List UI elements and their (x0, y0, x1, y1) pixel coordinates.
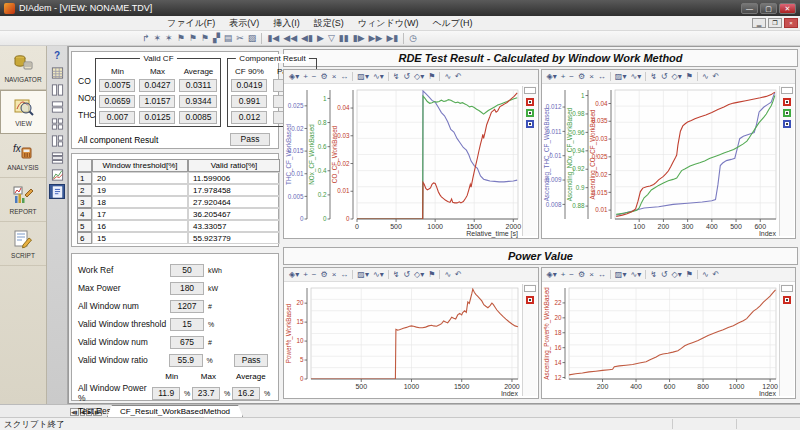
goto-start-icon[interactable]: ▮◀ (265, 32, 281, 45)
quick-calc2-icon[interactable]: ↺ (401, 71, 412, 83)
marker-icon[interactable]: ◇▾ (412, 269, 426, 281)
undo-icon[interactable]: ↶ (711, 71, 722, 83)
legend-series-swatch[interactable] (783, 98, 791, 106)
zoom-out-icon[interactable]: − (567, 269, 576, 281)
band-icon[interactable]: ▞ (211, 32, 222, 45)
graph-type-icon[interactable]: ▨▾ (613, 269, 629, 281)
marker-icon[interactable]: ◇▾ (670, 269, 684, 281)
chart-plot-area[interactable]: 500100015002000Index05101520Power%_WorkB… (284, 282, 538, 398)
curves-icon[interactable]: ∿ (442, 269, 453, 281)
quick-calc-icon[interactable]: ↯ (648, 71, 659, 83)
settings-icon[interactable]: ⚙ (576, 269, 587, 281)
menu-item-2[interactable]: 挿入(I) (266, 18, 307, 28)
ratio-value-cell[interactable]: 55.923779 (188, 232, 280, 244)
settings-icon[interactable]: ⚙ (319, 269, 330, 281)
cursor-mode-icon[interactable]: ◈▾ (287, 269, 301, 281)
threshold-row-number[interactable]: 3 (77, 196, 92, 208)
delete-icon[interactable]: × (330, 269, 339, 281)
delete-icon[interactable]: × (330, 71, 339, 83)
pan-icon[interactable]: ↔ (596, 269, 608, 281)
legend-series-swatch[interactable] (783, 296, 791, 304)
delete-icon[interactable]: × (587, 269, 596, 281)
menu-item-0[interactable]: ファイル(F) (160, 18, 222, 28)
menu-item-5[interactable]: ヘルプ(H) (425, 18, 479, 28)
curve-style-icon[interactable]: ∿▾ (371, 269, 386, 281)
stat-min-value[interactable]: 11.9 (152, 387, 180, 400)
clock-icon[interactable]: ◷ (407, 32, 419, 45)
threshold-value-cell[interactable]: 19 (92, 184, 188, 196)
pause-icon[interactable]: ▮▮ (337, 32, 351, 45)
new-sheet-icon[interactable]: ▨ (246, 32, 259, 45)
marker-icon[interactable]: ◇▾ (670, 71, 684, 83)
cursor-mode-icon[interactable]: ◈▾ (545, 71, 559, 83)
play-icon[interactable]: ▶ (315, 32, 326, 45)
cursor-mode-icon[interactable]: ◈▾ (545, 269, 559, 281)
flag-icon[interactable]: ⚑ (426, 269, 437, 281)
close-button[interactable]: ✕ (779, 3, 796, 14)
quick-calc-icon[interactable]: ↯ (648, 269, 659, 281)
active-sheet-icon[interactable] (49, 184, 65, 199)
mdi-close-button[interactable]: × (784, 18, 798, 28)
form-value-input[interactable]: 55.9 (169, 354, 203, 367)
delete-icon[interactable]: ✂ (234, 32, 246, 45)
threshold-value-cell[interactable]: 17 (92, 208, 188, 220)
threshold-row-number[interactable]: 1 (77, 172, 92, 184)
threshold-row-number[interactable]: 4 (77, 208, 92, 220)
maximize-button[interactable]: ▢ (760, 3, 777, 14)
sidebar-item-script[interactable]: SCRIPT (0, 222, 46, 266)
legend-collapse-button[interactable] (781, 285, 793, 292)
step-back-icon[interactable]: ◀▮ (299, 32, 315, 45)
threshold-value-cell[interactable]: 16 (92, 220, 188, 232)
flag-chart-icon[interactable]: ⚑ (175, 32, 187, 45)
threshold-row-number[interactable]: 6 (77, 232, 92, 244)
quick-calc-icon[interactable]: ↯ (391, 71, 402, 83)
goto-end-icon[interactable]: ▶▮ (384, 32, 400, 45)
legend-series-swatch[interactable] (526, 296, 534, 304)
ratio-value-cell[interactable]: 17.978458 (188, 184, 280, 196)
chart-plot-area[interactable]: 20040060080010001200Index121416182022Asc… (542, 282, 796, 398)
flag-chart2-icon[interactable]: ⚑ (187, 32, 199, 45)
layout-2col-icon[interactable] (49, 82, 65, 97)
menu-item-3[interactable]: 設定(S) (307, 18, 351, 28)
zoom-out-icon[interactable]: − (310, 269, 319, 281)
threshold-value-cell[interactable]: 15 (92, 232, 188, 244)
curve-style-icon[interactable]: ∿▾ (628, 71, 643, 83)
axis-star-icon[interactable]: ✶ (163, 32, 175, 45)
pan-icon[interactable]: ↔ (338, 269, 350, 281)
threshold-value-cell[interactable]: 20 (92, 172, 188, 184)
marker-icon[interactable]: ◇▾ (412, 71, 426, 83)
chart-plot-area[interactable]: 0500100015002000Relative_time [s]00.0050… (284, 84, 538, 238)
ratio-value-cell[interactable]: 27.920464 (188, 196, 280, 208)
mdi-restore-button[interactable]: ❐ (768, 18, 782, 28)
step-forward-icon[interactable]: ▮▶ (351, 32, 367, 45)
legend-series-swatch[interactable] (526, 98, 534, 106)
legend-collapse-button[interactable] (781, 87, 793, 94)
delete-icon[interactable]: × (587, 71, 596, 83)
table-icon[interactable]: ▤ (222, 32, 235, 45)
threshold-row-number[interactable]: 2 (77, 184, 92, 196)
threshold-value-cell[interactable]: 18 (92, 196, 188, 208)
chart-sheet-icon[interactable] (49, 167, 65, 182)
threshold-row-number[interactable]: 5 (77, 220, 92, 232)
sidebar-item-navigator[interactable]: NAVIGATOR (0, 46, 46, 90)
stat-max-value[interactable]: 23.7 (192, 387, 220, 400)
quick-calc2-icon[interactable]: ↺ (659, 71, 670, 83)
form-value-input[interactable]: 675 (170, 336, 204, 349)
tab-cf-result[interactable]: CF_Result_WorkBasedMethod (107, 405, 243, 417)
graph-type-icon[interactable]: ▨▾ (613, 71, 629, 83)
curve-style-icon[interactable]: ∿▾ (371, 71, 386, 83)
sidebar-item-view[interactable]: VIEW (0, 90, 46, 134)
pan-icon[interactable]: ↔ (338, 71, 350, 83)
undo-icon[interactable]: ↶ (711, 269, 722, 281)
pan-icon[interactable]: ↔ (596, 71, 608, 83)
minimize-button[interactable]: — (741, 3, 758, 14)
ratio-value-cell[interactable]: 36.205467 (188, 208, 280, 220)
rewind-icon[interactable]: ◀◀ (281, 32, 299, 45)
curves-icon[interactable]: ∿ (700, 71, 711, 83)
fast-forward-icon[interactable]: ▶▶ (367, 32, 385, 45)
flag-chart3-icon[interactable]: ⚑ (199, 32, 211, 45)
chart-plot-area[interactable]: 100200300400500600Index0.0080.0090.010.0… (542, 84, 796, 238)
layout-3row-icon[interactable] (49, 150, 65, 165)
zoom-in-icon[interactable]: + (301, 269, 310, 281)
quick-calc-icon[interactable]: ↯ (391, 269, 402, 281)
